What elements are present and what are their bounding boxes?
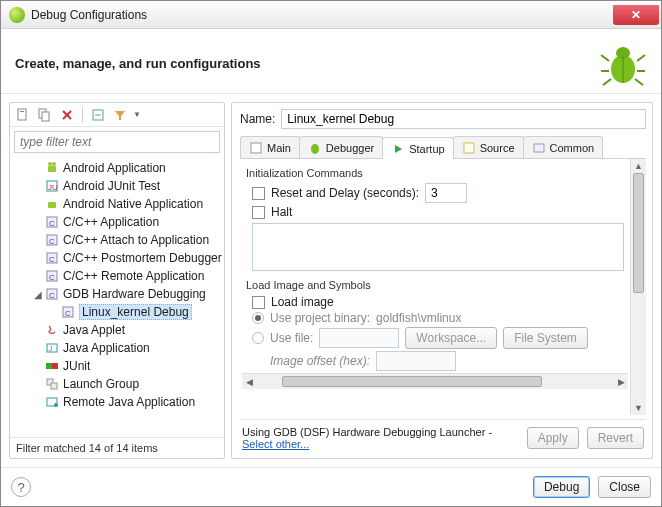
scroll-thumb[interactable] — [282, 376, 542, 387]
java-applet-icon — [44, 322, 60, 338]
init-commands-group-label: Initialization Commands — [246, 167, 628, 179]
c-hardware-icon: C — [44, 286, 60, 302]
halt-checkbox[interactable] — [252, 206, 265, 219]
duplicate-config-button[interactable] — [36, 106, 54, 124]
halt-label: Halt — [271, 205, 292, 219]
use-file-input — [319, 328, 399, 348]
debug-bug-icon — [599, 39, 647, 87]
remote-java-icon — [44, 394, 60, 410]
vertical-scrollbar[interactable]: ▲ ▼ — [630, 159, 646, 415]
svg-text:C: C — [49, 219, 55, 228]
init-commands-textarea[interactable] — [252, 223, 624, 271]
svg-marker-17 — [115, 111, 125, 120]
load-image-label: Load image — [271, 295, 334, 309]
close-button[interactable]: Close — [598, 476, 651, 498]
tabs: Main Debugger Startup Source Common — [240, 135, 646, 159]
use-file-label: Use file: — [270, 331, 313, 345]
tab-content: Initialization Commands Reset and Delay … — [240, 159, 646, 415]
app-icon — [9, 7, 25, 23]
horizontal-scrollbar[interactable]: ◀ ▶ — [242, 373, 628, 389]
filter-input[interactable] — [14, 131, 220, 153]
main-tab-icon — [249, 141, 263, 155]
tree-item[interactable]: CC/C++ Postmortem Debugger — [14, 249, 224, 267]
workspace-button: Workspace... — [405, 327, 497, 349]
name-input[interactable] — [281, 109, 646, 129]
svg-point-45 — [311, 144, 319, 154]
tree-item-gdb-hardware[interactable]: ◢CGDB Hardware Debugging — [14, 285, 224, 303]
delete-config-button[interactable] — [58, 106, 76, 124]
load-image-group-label: Load Image and Symbols — [246, 279, 628, 291]
common-tab-icon — [532, 141, 546, 155]
reset-delay-checkbox[interactable] — [252, 187, 265, 200]
svg-line-3 — [637, 55, 645, 61]
tree-item[interactable]: CC/C++ Remote Application — [14, 267, 224, 285]
help-button[interactable]: ? — [11, 477, 31, 497]
scroll-right-icon[interactable]: ▶ — [614, 374, 628, 389]
tab-common[interactable]: Common — [523, 136, 604, 158]
svg-text:J: J — [49, 345, 53, 352]
svg-text:C: C — [49, 273, 55, 282]
tab-startup[interactable]: Startup — [382, 137, 453, 159]
apply-button[interactable]: Apply — [527, 427, 579, 449]
scroll-thumb[interactable] — [633, 173, 644, 293]
svg-rect-9 — [18, 109, 26, 120]
page-title: Create, manage, and run configurations — [15, 56, 599, 71]
tree-item[interactable]: JUnit — [14, 357, 224, 375]
scroll-up-icon[interactable]: ▲ — [631, 159, 646, 173]
dialog-body: ▼ Android Application JUAndroid JUnit Te… — [1, 94, 661, 467]
scroll-down-icon[interactable]: ▼ — [631, 401, 646, 415]
tab-source[interactable]: Source — [453, 136, 524, 158]
svg-rect-39 — [52, 363, 58, 369]
load-image-checkbox[interactable] — [252, 296, 265, 309]
debug-button[interactable]: Debug — [533, 476, 590, 498]
launch-group-icon — [44, 376, 60, 392]
tree-item-linux-kernel-debug[interactable]: CLinux_kernel Debug — [14, 303, 224, 321]
tree-item[interactable]: Android Native Application — [14, 195, 224, 213]
tab-debugger[interactable]: Debugger — [299, 136, 383, 158]
android-icon — [44, 160, 60, 176]
svg-rect-48 — [534, 144, 544, 152]
dialog-footer: ? Debug Close — [1, 467, 661, 506]
config-tree[interactable]: Android Application JUAndroid JUnit Test… — [10, 157, 224, 437]
startup-tab-icon — [391, 142, 405, 156]
window-close-button[interactable]: ✕ — [613, 5, 659, 25]
svg-text:C: C — [49, 291, 55, 300]
header: Create, manage, and run configurations — [1, 29, 661, 94]
svg-text:C: C — [65, 309, 71, 318]
svg-rect-23 — [48, 202, 56, 208]
config-tree-panel: ▼ Android Application JUAndroid JUnit Te… — [9, 102, 225, 459]
java-app-icon: J — [44, 340, 60, 356]
filter-menu-button[interactable] — [111, 106, 129, 124]
tree-item[interactable]: CC/C++ Attach to Application — [14, 231, 224, 249]
svg-text:JU: JU — [48, 183, 58, 192]
junit-icon — [44, 358, 60, 374]
c-attach-icon: C — [44, 232, 60, 248]
c-postmortem-icon: C — [44, 250, 60, 266]
new-config-button[interactable] — [14, 106, 32, 124]
svg-rect-47 — [464, 143, 474, 153]
android-native-icon — [44, 196, 60, 212]
svg-line-2 — [601, 55, 609, 61]
svg-rect-41 — [51, 383, 57, 389]
svg-point-43 — [54, 403, 58, 407]
expand-toggle[interactable]: ◢ — [32, 289, 44, 300]
collapse-all-button[interactable] — [89, 106, 107, 124]
select-other-link[interactable]: Select other... — [242, 438, 309, 450]
tab-main[interactable]: Main — [240, 136, 300, 158]
filesystem-button: File System — [503, 327, 588, 349]
tree-item[interactable]: Remote Java Application — [14, 393, 224, 411]
filter-status: Filter matched 14 of 14 items — [10, 437, 224, 458]
toolbar-separator — [82, 107, 83, 123]
tree-item[interactable]: Java Applet — [14, 321, 224, 339]
reset-delay-input[interactable] — [425, 183, 467, 203]
revert-button[interactable]: Revert — [587, 427, 644, 449]
svg-text:C: C — [49, 237, 55, 246]
tree-item[interactable]: JUAndroid JUnit Test — [14, 177, 224, 195]
scroll-left-icon[interactable]: ◀ — [242, 374, 256, 389]
tree-item[interactable]: JJava Application — [14, 339, 224, 357]
tree-item[interactable]: CC/C++ Application — [14, 213, 224, 231]
tree-item[interactable]: Android Application — [14, 159, 224, 177]
tree-item[interactable]: Launch Group — [14, 375, 224, 393]
debugger-tab-icon — [308, 141, 322, 155]
name-label: Name: — [240, 112, 275, 126]
